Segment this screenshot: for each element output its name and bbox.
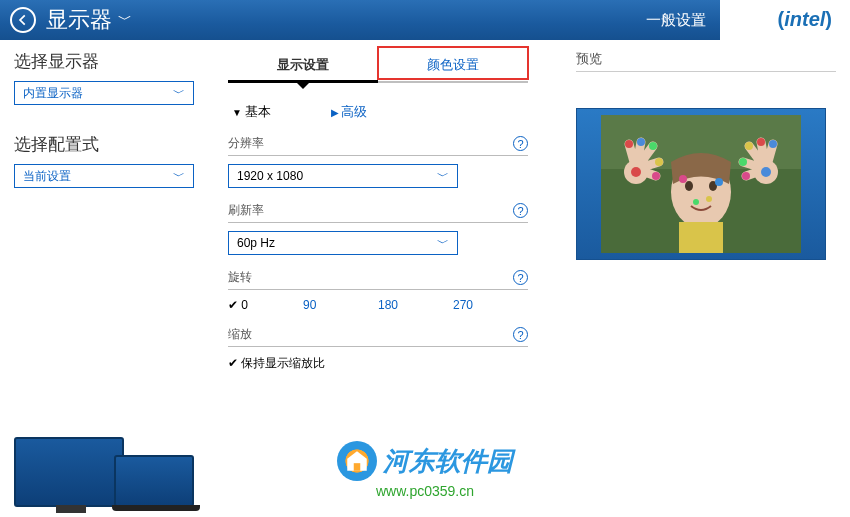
svg-point-17 — [631, 167, 641, 177]
rotation-label: 旋转 — [228, 269, 252, 286]
section-refresh: 刷新率 ? 60p Hz ﹀ — [228, 202, 528, 255]
svg-point-6 — [715, 178, 723, 186]
svg-point-18 — [769, 140, 777, 148]
select-display-label: 选择显示器 — [14, 50, 194, 73]
svg-point-5 — [679, 175, 687, 183]
svg-point-3 — [685, 181, 693, 191]
select-config-value: 当前设置 — [23, 168, 71, 185]
section-scaling: 缩放 ? 保持显示缩放比 — [228, 326, 528, 372]
help-icon[interactable]: ? — [513, 203, 528, 218]
back-button[interactable] — [10, 7, 36, 33]
chevron-down-icon: ﹀ — [173, 85, 185, 102]
sidebar: 选择显示器 内置显示器 ﹀ 选择配置式 当前设置 ﹀ — [14, 50, 194, 386]
refresh-value: 60p Hz — [237, 236, 275, 250]
header-bar: 显示器 ﹀ 一般设置 — [0, 0, 720, 40]
chevron-down-icon: ﹀ — [173, 168, 185, 185]
svg-rect-24 — [354, 463, 361, 471]
preview-label: 预览 — [576, 50, 836, 72]
laptop-icon — [114, 455, 194, 507]
svg-point-8 — [706, 196, 712, 202]
svg-point-20 — [745, 142, 753, 150]
help-icon[interactable]: ? — [513, 270, 528, 285]
intel-logo: intel — [778, 8, 832, 31]
help-icon[interactable]: ? — [513, 327, 528, 342]
resolution-label: 分辨率 — [228, 135, 264, 152]
refresh-label: 刷新率 — [228, 202, 264, 219]
preview-monitor — [576, 108, 826, 260]
scaling-label: 缩放 — [228, 326, 252, 343]
device-illustration — [14, 437, 194, 507]
monitor-icon — [14, 437, 124, 507]
arrow-left-icon — [16, 13, 30, 27]
watermark-url: www.pc0359.cn — [337, 483, 513, 499]
preview-column: 预览 — [576, 50, 836, 386]
mode-basic[interactable]: 基本 — [232, 103, 271, 121]
resolution-dropdown[interactable]: 1920 x 1080 ﹀ — [228, 164, 458, 188]
chevron-down-icon: ﹀ — [437, 235, 449, 252]
svg-point-15 — [655, 158, 663, 166]
select-config-dropdown[interactable]: 当前设置 ﹀ — [14, 164, 194, 188]
svg-point-13 — [637, 138, 645, 146]
rotation-option-180[interactable]: 180 — [378, 298, 453, 312]
watermark-icon — [337, 441, 377, 481]
select-config-label: 选择配置式 — [14, 133, 194, 156]
svg-point-22 — [742, 172, 750, 180]
svg-point-14 — [649, 142, 657, 150]
mode-advanced[interactable]: 高级 — [331, 103, 368, 121]
scaling-checkbox[interactable]: 保持显示缩放比 — [228, 355, 528, 372]
select-display-value: 内置显示器 — [23, 85, 83, 102]
help-icon[interactable]: ? — [513, 136, 528, 151]
resolution-value: 1920 x 1080 — [237, 169, 303, 183]
svg-point-23 — [761, 167, 771, 177]
svg-rect-9 — [679, 222, 723, 253]
header-title-text: 显示器 — [46, 5, 112, 35]
annotation-highlight — [377, 46, 529, 80]
svg-point-7 — [693, 199, 699, 205]
svg-point-19 — [757, 138, 765, 146]
chevron-down-icon: ﹀ — [118, 11, 132, 29]
rotation-option-270[interactable]: 270 — [453, 298, 528, 312]
preview-image — [601, 115, 801, 253]
header-title[interactable]: 显示器 ﹀ — [46, 5, 132, 35]
watermark-name: 河东软件园 — [383, 444, 513, 479]
refresh-dropdown[interactable]: 60p Hz ﹀ — [228, 231, 458, 255]
chevron-down-icon: ﹀ — [437, 168, 449, 185]
svg-point-21 — [739, 158, 747, 166]
svg-point-16 — [652, 172, 660, 180]
section-rotation: 旋转 ? 0 90 180 270 — [228, 269, 528, 312]
watermark: 河东软件园 www.pc0359.cn — [337, 441, 513, 499]
rotation-option-90[interactable]: 90 — [303, 298, 378, 312]
rotation-option-0[interactable]: 0 — [228, 298, 303, 312]
main-panel: 显示设置 颜色设置 基本 高级 分辨率 ? 1920 x 1080 ﹀ 刷新率 … — [228, 50, 534, 386]
general-settings-link[interactable]: 一般设置 — [646, 0, 706, 40]
select-display-dropdown[interactable]: 内置显示器 ﹀ — [14, 81, 194, 105]
tab-display-settings[interactable]: 显示设置 — [228, 50, 378, 83]
section-resolution: 分辨率 ? 1920 x 1080 ﹀ — [228, 135, 528, 188]
svg-point-12 — [625, 140, 633, 148]
